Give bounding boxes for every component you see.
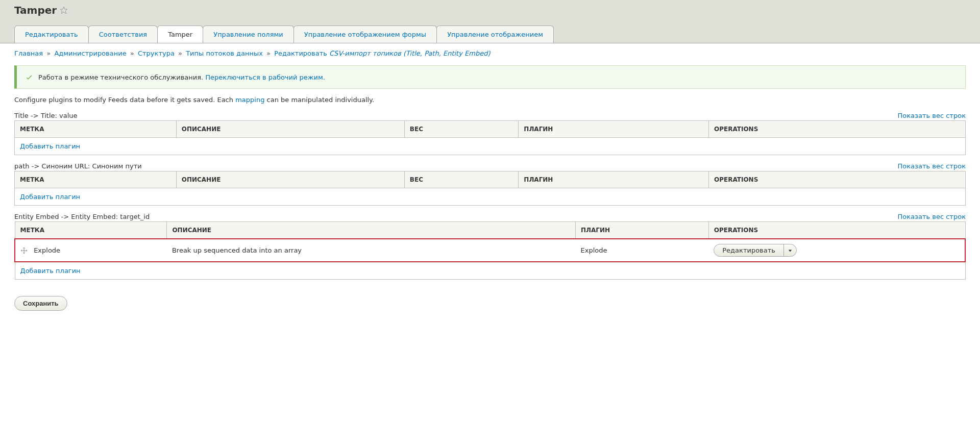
- plugin-desc: Break up sequenced data into an array: [167, 239, 576, 262]
- breadcrumb: Главная » Администрирование » Структура …: [14, 49, 966, 57]
- tab-manage-fields[interactable]: Управление полями: [203, 26, 294, 43]
- edit-button[interactable]: Редактировать: [714, 244, 783, 256]
- tab-edit[interactable]: Редактировать: [14, 26, 89, 43]
- col-label: МЕТКА: [15, 121, 177, 138]
- col-plugin: ПЛАГИН: [576, 222, 709, 239]
- breadcrumb-current[interactable]: Редактировать CSV-импорт топиков (Title,…: [274, 49, 490, 57]
- breadcrumb-sep: »: [46, 49, 51, 57]
- col-desc: ОПИСАНИЕ: [167, 222, 576, 239]
- col-plugin: ПЛАГИН: [519, 121, 709, 138]
- chevron-down-icon: [788, 249, 792, 253]
- page-title-text: Tamper: [14, 4, 57, 16]
- col-desc: ОПИСАНИЕ: [176, 171, 404, 188]
- breadcrumb-feed-types[interactable]: Типы потоков данных: [186, 49, 263, 57]
- status-text: Работа в режиме технического обслуживани…: [38, 73, 325, 81]
- star-icon[interactable]: [60, 6, 68, 14]
- section-path: path -> Синоним URL: Синоним пути Показа…: [14, 162, 966, 206]
- switch-mode-link[interactable]: Переключиться в рабочий режим.: [205, 73, 325, 81]
- breadcrumb-sep: »: [266, 49, 271, 57]
- breadcrumb-sep: »: [130, 49, 134, 57]
- col-plugin: ПЛАГИН: [519, 171, 709, 188]
- breadcrumb-structure[interactable]: Структура: [138, 49, 175, 57]
- page-description: Configure plugins to modify Feeds data b…: [14, 96, 966, 104]
- section-caption: Entity Embed -> Entity Embed: target_id: [14, 213, 150, 220]
- primary-tabs: Редактировать Соответствия Tamper Управл…: [14, 26, 966, 43]
- section-entity-embed: Entity Embed -> Entity Embed: target_id …: [14, 213, 966, 280]
- show-row-weights-link[interactable]: Показать вес строк: [897, 213, 966, 220]
- section-title: Title -> Title: value Показать вес строк…: [14, 112, 966, 155]
- operations-dropbutton: Редактировать: [714, 244, 797, 257]
- tab-mapping[interactable]: Соответствия: [88, 26, 158, 43]
- svg-marker-1: [789, 250, 792, 252]
- tab-tamper[interactable]: Tamper: [157, 26, 203, 43]
- col-ops: OPERATIONS: [708, 121, 965, 138]
- tamper-table-entity-embed: МЕТКА ОПИСАНИЕ ПЛАГИН OPERATIONS Explode…: [14, 221, 966, 280]
- col-label: МЕТКА: [15, 222, 167, 239]
- table-row: Добавить плагин: [15, 262, 965, 280]
- col-desc: ОПИСАНИЕ: [176, 121, 404, 138]
- table-row-explode: Explode Break up sequenced data into an …: [15, 239, 965, 262]
- show-row-weights-link[interactable]: Показать вес строк: [897, 112, 966, 119]
- check-icon: [25, 73, 33, 81]
- col-weight: ВЕС: [404, 121, 519, 138]
- plugin-label: Explode: [34, 246, 60, 254]
- tab-manage-display[interactable]: Управление отображением: [436, 26, 554, 43]
- section-caption: path -> Синоним URL: Синоним пути: [14, 162, 142, 170]
- tamper-table-path: МЕТКА ОПИСАНИЕ ВЕС ПЛАГИН OPERATIONS Доб…: [14, 171, 966, 206]
- table-row: Добавить плагин: [15, 188, 966, 206]
- plugin-name: Explode: [576, 239, 709, 262]
- tab-manage-form-display[interactable]: Управление отображением формы: [293, 26, 437, 43]
- svg-marker-0: [60, 7, 67, 13]
- status-message: Работа в режиме технического обслуживани…: [14, 65, 966, 89]
- show-row-weights-link[interactable]: Показать вес строк: [897, 162, 966, 170]
- col-label: МЕТКА: [15, 171, 177, 188]
- section-caption: Title -> Title: value: [14, 112, 78, 119]
- breadcrumb-admin[interactable]: Администрирование: [54, 49, 126, 57]
- table-row: Добавить плагин: [15, 138, 966, 155]
- col-ops: OPERATIONS: [708, 171, 965, 188]
- add-plugin-link[interactable]: Добавить плагин: [20, 142, 80, 150]
- page-title: Tamper: [14, 4, 966, 16]
- add-plugin-link[interactable]: Добавить плагин: [20, 193, 80, 201]
- breadcrumb-home[interactable]: Главная: [14, 49, 43, 57]
- dropbutton-toggle[interactable]: [783, 244, 796, 256]
- tamper-table-title: МЕТКА ОПИСАНИЕ ВЕС ПЛАГИН OPERATIONS Доб…: [14, 120, 966, 155]
- breadcrumb-sep: »: [178, 49, 182, 57]
- mapping-link[interactable]: mapping: [235, 96, 264, 104]
- col-ops: OPERATIONS: [708, 222, 965, 239]
- drag-handle-icon[interactable]: [20, 247, 28, 254]
- col-weight: ВЕС: [404, 171, 519, 188]
- add-plugin-link[interactable]: Добавить плагин: [20, 267, 81, 275]
- save-button[interactable]: Сохранить: [14, 296, 67, 311]
